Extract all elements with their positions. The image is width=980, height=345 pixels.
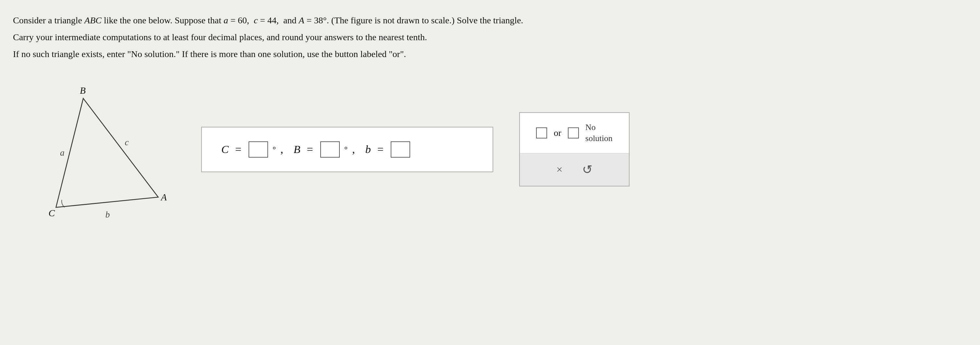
undo-button[interactable]: ↺ xyxy=(582,163,593,177)
page-container: Consider a triangle ABC like the one bel… xyxy=(13,13,967,218)
side-panel: or Nosolution × ↺ xyxy=(519,112,630,187)
b-degree: ° xyxy=(344,145,348,154)
b-angle-equals: = xyxy=(307,143,313,156)
c-input[interactable] xyxy=(248,141,268,158)
triangle-diagram: B A C a b c xyxy=(39,81,175,218)
svg-text:C: C xyxy=(48,207,55,217)
eq-content: C = ° , B = ° , b = xyxy=(221,141,411,158)
problem-line3: If no such triangle exists, enter "No so… xyxy=(13,47,954,62)
svg-text:A: A xyxy=(160,192,167,203)
main-content: B A C a b c C = xyxy=(13,81,967,218)
svg-text:B: B xyxy=(80,85,86,95)
clear-button[interactable]: × xyxy=(556,163,562,176)
c-comma: , xyxy=(280,143,283,156)
no-solution-label: Nosolution xyxy=(585,122,612,144)
action-row: × ↺ xyxy=(520,154,629,186)
or-checkbox-left[interactable] xyxy=(536,127,547,138)
or-row: or Nosolution xyxy=(520,113,629,154)
b-angle-input[interactable] xyxy=(320,141,340,158)
svg-text:c: c xyxy=(125,138,129,147)
problem-text: Consider a triangle ABC like the one bel… xyxy=(13,13,954,62)
b-side-input[interactable] xyxy=(391,141,410,158)
svg-text:b: b xyxy=(105,210,110,218)
svg-text:a: a xyxy=(60,147,65,157)
problem-line1: Consider a triangle ABC like the one bel… xyxy=(13,13,954,28)
equation-box: C = ° , B = ° , b = xyxy=(201,127,493,172)
b-comma: , xyxy=(352,143,355,156)
c-equals: = xyxy=(235,143,242,156)
clear-icon: × xyxy=(556,163,562,176)
c-variable-label: C xyxy=(221,143,229,156)
undo-icon: ↺ xyxy=(582,163,593,177)
or-checkbox-right[interactable] xyxy=(568,127,579,138)
or-label[interactable]: or xyxy=(554,128,561,138)
b-angle-label: B xyxy=(294,143,301,156)
c-degree: ° xyxy=(273,145,276,154)
svg-marker-0 xyxy=(56,98,158,207)
problem-line2: Carry your intermediate computations to … xyxy=(13,30,954,45)
b-side-label: b xyxy=(365,143,371,156)
b-side-equals: = xyxy=(377,143,383,156)
